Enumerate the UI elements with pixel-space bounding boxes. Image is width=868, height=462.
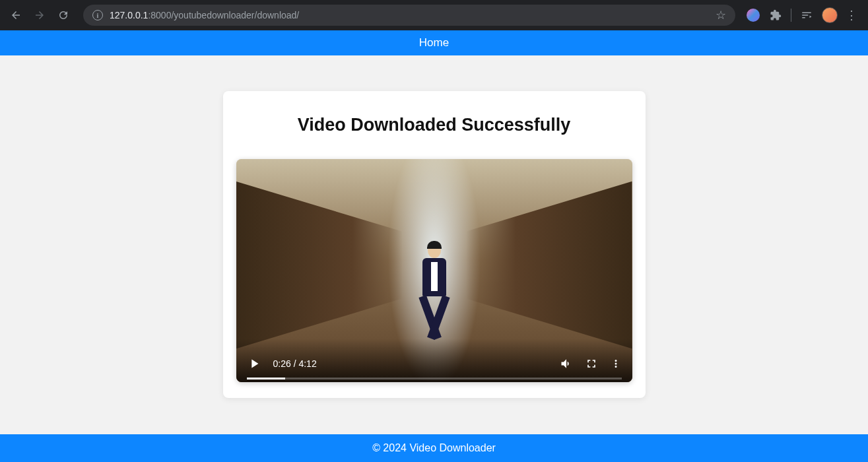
chrome-right-icons: ⋮ bbox=[746, 7, 861, 23]
url-text: 127.0.0.1:8000/youtubedownloader/downloa… bbox=[110, 10, 709, 20]
browser-chrome: i 127.0.0.1:8000/youtubedownloader/downl… bbox=[0, 0, 868, 30]
reload-button[interactable] bbox=[54, 6, 73, 24]
success-card: Video Downloaded Successfully 0:26 / 4:1… bbox=[223, 91, 646, 398]
extension-brain-icon[interactable] bbox=[746, 8, 760, 22]
video-controls: 0:26 / 4:12 bbox=[236, 339, 632, 382]
media-control-icon[interactable] bbox=[799, 8, 814, 22]
address-bar[interactable]: i 127.0.0.1:8000/youtubedownloader/downl… bbox=[83, 5, 735, 26]
url-path: :8000/youtubedownloader/download/ bbox=[148, 10, 299, 20]
divider bbox=[791, 9, 791, 22]
play-button[interactable] bbox=[247, 356, 261, 371]
video-time: 0:26 / 4:12 bbox=[273, 358, 317, 369]
page-title: Video Downloaded Successfully bbox=[236, 115, 632, 135]
video-progress-bar[interactable] bbox=[247, 378, 622, 380]
extensions-icon[interactable] bbox=[768, 8, 783, 22]
video-player[interactable]: 0:26 / 4:12 bbox=[236, 159, 632, 382]
volume-button[interactable] bbox=[560, 357, 573, 370]
page-content: Home Video Downloaded Successfully bbox=[0, 30, 868, 462]
url-host: 127.0.0.1 bbox=[110, 10, 148, 20]
main-area: Video Downloaded Successfully 0:26 / 4:1… bbox=[0, 55, 868, 434]
video-progress-fill bbox=[247, 378, 286, 380]
back-button[interactable] bbox=[7, 6, 25, 24]
forward-button[interactable] bbox=[30, 6, 49, 24]
menu-dots-icon[interactable]: ⋮ bbox=[846, 8, 857, 22]
video-figure bbox=[418, 244, 451, 346]
fullscreen-button[interactable] bbox=[585, 357, 598, 370]
footer-text: © 2024 Video Downloader bbox=[372, 442, 496, 454]
profile-avatar[interactable] bbox=[822, 7, 838, 23]
top-navbar: Home bbox=[0, 30, 868, 55]
more-options-button[interactable] bbox=[610, 358, 622, 370]
site-info-icon[interactable]: i bbox=[92, 10, 103, 20]
nav-home-link[interactable]: Home bbox=[419, 36, 449, 50]
bookmark-star-icon[interactable]: ☆ bbox=[716, 8, 726, 22]
footer: © 2024 Video Downloader bbox=[0, 434, 868, 462]
